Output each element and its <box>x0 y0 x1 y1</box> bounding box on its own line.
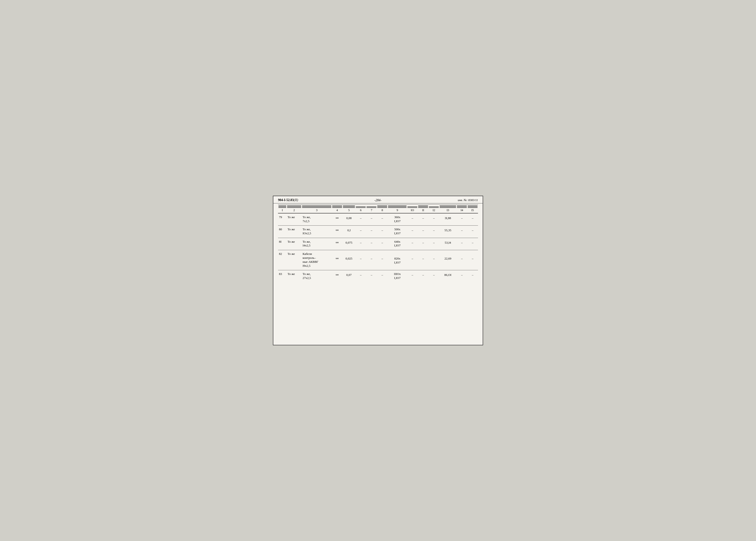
row-83-col3: То же, 27х2,5 <box>302 270 332 280</box>
row-79-col3: То же, 7х2,5 <box>302 213 332 224</box>
row-82-col4: км <box>332 250 343 268</box>
header-inv: инв. №: 8383/11 <box>458 198 478 202</box>
col-header-3: 3 <box>302 205 332 213</box>
spacer-row <box>278 280 478 294</box>
row-80-col13: 55,35 <box>439 226 456 236</box>
row-83-col2: То же <box>287 270 302 280</box>
col-header-8: 8 <box>377 205 387 213</box>
row-83-col11: – <box>418 270 428 280</box>
row-num-82: 82 <box>278 250 287 268</box>
table-row: 80 То же То же, IOх2,5 км 0,I – – – 500х… <box>278 226 478 236</box>
row-82-col13: 22,69 <box>439 250 456 268</box>
row-80-col14: – <box>456 226 467 236</box>
row-79-col13: 3I,88 <box>439 213 456 224</box>
row-80-col2: То же <box>287 226 302 236</box>
col-header-1: I <box>278 205 287 213</box>
row-82-col15: – <box>467 250 478 268</box>
row-num-81: 8I <box>278 238 287 248</box>
row-82-col2: То же <box>287 250 302 268</box>
row-81-col13: 53,I4 <box>439 238 456 248</box>
row-81-col5: 0,075 <box>343 238 355 248</box>
row-80-col7: – <box>366 226 377 236</box>
row-83-col14: – <box>456 270 467 280</box>
row-82-col12: – <box>428 250 439 268</box>
row-79-col8: – <box>377 213 387 224</box>
row-80-col9: 500х I,IO7 <box>387 226 407 236</box>
row-81-col7: – <box>366 238 377 248</box>
header-page: -284- <box>375 199 381 202</box>
row-81-col14: – <box>456 238 467 248</box>
row-82-col3: Кабели контроль– ные АКВВГ I9х2,5 <box>302 250 332 268</box>
row-82-col10: – <box>407 250 418 268</box>
row-num-79: 79 <box>278 213 287 224</box>
col-header-12: I2 <box>428 205 439 213</box>
row-80-col4: км <box>332 226 343 236</box>
row-81-col12: – <box>428 238 439 248</box>
row-83-col4: км <box>332 270 343 280</box>
document-page: 904-I-52.83 (II) -284- инв. №: 8383/11 I… <box>273 196 483 345</box>
row-83-col5: 0,07 <box>343 270 355 280</box>
col-header-15: I5 <box>467 205 478 213</box>
row-81-col4: км <box>332 238 343 248</box>
row-79-col12: – <box>428 213 439 224</box>
header-part: (II) <box>294 198 298 202</box>
row-79-col10: – <box>407 213 418 224</box>
col-header-2: 2 <box>287 205 302 213</box>
row-82-col8: – <box>377 250 387 268</box>
row-83-col10: – <box>407 270 418 280</box>
row-81-col6: – <box>355 238 366 248</box>
row-83-col9: IIIOх I,IO7 <box>387 270 407 280</box>
row-79-col15: – <box>467 213 478 224</box>
main-table-container: I 2 3 4 5 <box>273 205 483 299</box>
col-header-9: 9 <box>387 205 407 213</box>
row-81-col11: – <box>418 238 428 248</box>
row-79-col2: То же <box>287 213 302 224</box>
row-80-col5: 0,I <box>343 226 355 236</box>
table-row: 79 То же То же, 7х2,5 км 0,08 – – – 360х… <box>278 213 478 224</box>
row-80-col10: – <box>407 226 418 236</box>
document-header: 904-I-52.83 (II) -284- инв. №: 8383/11 <box>273 196 483 204</box>
row-83-col6: – <box>355 270 366 280</box>
row-79-col4: км <box>332 213 343 224</box>
row-83-col15: – <box>467 270 478 280</box>
col-header-7: 7 <box>366 205 377 213</box>
row-83-col8: – <box>377 270 387 280</box>
row-82-col7: – <box>366 250 377 268</box>
table-row: 8I То же То же, I4х2,5 км 0,075 – – – 64… <box>278 238 478 248</box>
spacer-row <box>278 224 478 226</box>
main-table: I 2 3 4 5 <box>278 205 478 294</box>
row-81-col3: То же, I4х2,5 <box>302 238 332 248</box>
column-header-row: I 2 3 4 5 <box>278 205 478 213</box>
row-81-col10: – <box>407 238 418 248</box>
spacer-row <box>278 236 478 238</box>
row-79-col6: – <box>355 213 366 224</box>
row-82-col14: – <box>456 250 467 268</box>
row-83-col13: 86,OI <box>439 270 456 280</box>
row-80-col15: – <box>467 226 478 236</box>
row-82-col6: – <box>355 250 366 268</box>
col-header-13: I3 <box>439 205 456 213</box>
row-79-col11: – <box>418 213 428 224</box>
row-79-col7: – <box>366 213 377 224</box>
col-header-5: 5 <box>343 205 355 213</box>
row-80-col8: – <box>377 226 387 236</box>
row-num-83: 83 <box>278 270 287 280</box>
row-80-col6: – <box>355 226 366 236</box>
row-83-col12: – <box>428 270 439 280</box>
row-81-col9: 640х I,IO7 <box>387 238 407 248</box>
table-row: 83 То же То же, 27х2,5 км 0,07 – – – III… <box>278 270 478 280</box>
spacer-row <box>278 248 478 250</box>
row-82-col5: 0,025 <box>343 250 355 268</box>
row-83-col7: – <box>366 270 377 280</box>
row-82-col11: – <box>418 250 428 268</box>
spacer-row <box>278 268 478 270</box>
table-row: 82 То же Кабели контроль– ные АКВВГ I9х2… <box>278 250 478 268</box>
row-num-80: 80 <box>278 226 287 236</box>
row-81-col15: – <box>467 238 478 248</box>
row-80-col12: – <box>428 226 439 236</box>
row-79-col5: 0,08 <box>343 213 355 224</box>
row-80-col3: То же, IOх2,5 <box>302 226 332 236</box>
row-82-col9: 820х I,IO7 <box>387 250 407 268</box>
header-code: 904-I-52.83 <box>278 198 294 202</box>
row-80-col11: – <box>418 226 428 236</box>
